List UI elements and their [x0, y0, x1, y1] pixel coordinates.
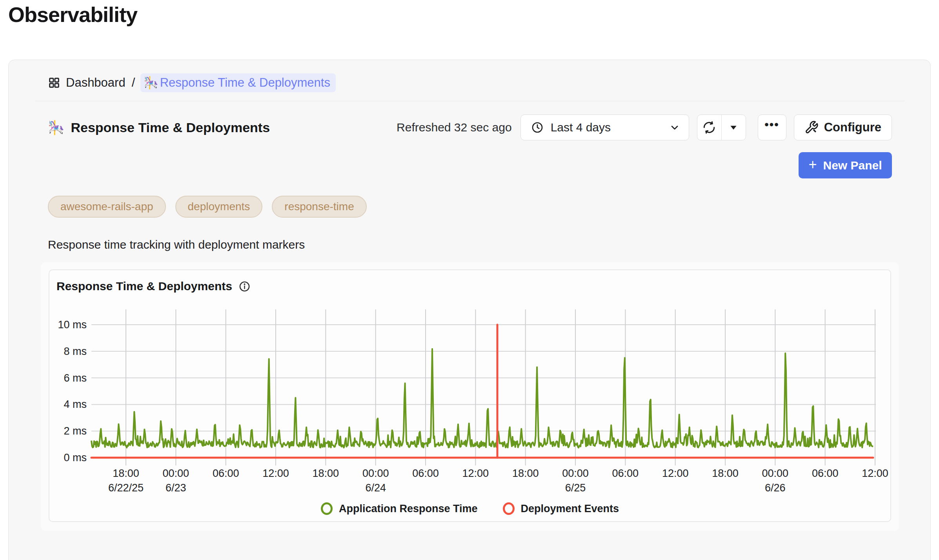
- header-divider: [35, 101, 905, 101]
- legend-item-response-time[interactable]: Application Response Time: [321, 502, 478, 515]
- refresh-options-button[interactable]: [722, 115, 746, 140]
- svg-text:06:00: 06:00: [812, 467, 839, 479]
- svg-text:6/26: 6/26: [765, 482, 786, 494]
- svg-text:0 ms: 0 ms: [64, 452, 87, 464]
- carousel-emoji-icon: 🎠: [48, 121, 64, 134]
- tag-pill-awesome-rails-app[interactable]: awesome-rails-app: [48, 196, 166, 218]
- breadcrumb-separator: /: [132, 76, 135, 90]
- triangle-down-icon: [728, 122, 739, 133]
- carousel-emoji-icon: 🎠: [144, 77, 158, 89]
- breadcrumb-current-label: Response Time & Deployments: [160, 76, 330, 90]
- svg-text:6/24: 6/24: [365, 482, 386, 494]
- breadcrumb-dashboard-label: Dashboard: [66, 76, 126, 90]
- svg-text:6/25: 6/25: [565, 482, 586, 494]
- legend-label: Application Response Time: [339, 503, 478, 515]
- tag-pill-deployments[interactable]: deployments: [175, 196, 263, 218]
- svg-text:18:00: 18:00: [512, 467, 539, 479]
- panel-heading-title: Response Time & Deployments: [71, 120, 270, 135]
- new-panel-button[interactable]: + New Panel: [799, 152, 892, 178]
- tags-row: awesome-rails-appdeploymentsresponse-tim…: [48, 196, 892, 218]
- page-title: Observability: [8, 2, 137, 27]
- time-range-select[interactable]: Last 4 days: [520, 115, 689, 140]
- panel-description: Response time tracking with deployment m…: [48, 238, 892, 251]
- chart-legend: Application Response Time Deployment Eve…: [49, 502, 890, 515]
- legend-marker-red: [503, 502, 515, 515]
- legend-marker-green: [321, 502, 333, 515]
- svg-text:6/23: 6/23: [166, 482, 186, 494]
- refresh-split-button: [697, 115, 746, 140]
- chart-panel-outer: Response Time & Deployments 0 ms2 ms4 ms…: [41, 262, 899, 531]
- time-range-value: Last 4 days: [551, 121, 662, 134]
- chart-title: Response Time & Deployments: [56, 280, 232, 293]
- chart-title-row: Response Time & Deployments: [56, 280, 251, 293]
- chart-card: Response Time & Deployments 0 ms2 ms4 ms…: [49, 269, 891, 522]
- clock-icon: [531, 121, 544, 134]
- breadcrumb-current-chip[interactable]: 🎠 Response Time & Deployments: [140, 73, 336, 92]
- tag-pill-response-time[interactable]: response-time: [272, 196, 366, 218]
- new-panel-row: + New Panel: [48, 152, 892, 178]
- legend-label: Deployment Events: [521, 503, 619, 515]
- svg-text:6/22/25: 6/22/25: [108, 482, 144, 494]
- breadcrumb: Dashboard / 🎠 Response Time & Deployment…: [48, 74, 892, 91]
- svg-text:12:00: 12:00: [262, 467, 289, 479]
- legend-item-deployments[interactable]: Deployment Events: [503, 502, 619, 515]
- svg-text:18:00: 18:00: [313, 467, 339, 479]
- svg-text:00:00: 00:00: [562, 467, 589, 479]
- svg-text:06:00: 06:00: [213, 467, 239, 479]
- svg-text:06:00: 06:00: [412, 467, 439, 479]
- info-icon[interactable]: [238, 280, 251, 293]
- panel-heading: 🎠 Response Time & Deployments: [48, 120, 270, 135]
- svg-text:06:00: 06:00: [612, 467, 639, 479]
- svg-text:00:00: 00:00: [362, 467, 389, 479]
- refresh-icon: [702, 121, 716, 134]
- svg-text:2 ms: 2 ms: [64, 425, 87, 437]
- svg-text:18:00: 18:00: [712, 467, 739, 479]
- refreshed-status: Refreshed 32 sec ago: [397, 121, 512, 134]
- dashboard-card: Dashboard / 🎠 Response Time & Deployment…: [8, 60, 931, 560]
- plus-icon: +: [808, 158, 817, 172]
- tools-icon: [804, 120, 819, 135]
- svg-text:10 ms: 10 ms: [58, 319, 87, 331]
- refresh-button[interactable]: [697, 115, 721, 140]
- svg-text:00:00: 00:00: [163, 467, 189, 479]
- svg-text:12:00: 12:00: [462, 467, 489, 479]
- svg-text:00:00: 00:00: [762, 467, 789, 479]
- svg-text:8 ms: 8 ms: [64, 345, 87, 357]
- svg-text:4 ms: 4 ms: [64, 398, 87, 410]
- more-options-button[interactable]: •••: [758, 115, 786, 140]
- chevron-down-icon: [669, 122, 680, 133]
- dashboard-grid-icon: [48, 76, 60, 89]
- svg-text:18:00: 18:00: [113, 467, 139, 479]
- panel-header-row: 🎠 Response Time & Deployments Refreshed …: [48, 115, 892, 140]
- svg-text:12:00: 12:00: [862, 467, 888, 479]
- configure-label: Configure: [824, 120, 881, 135]
- chart-canvas[interactable]: 0 ms2 ms4 ms6 ms8 ms10 ms18:006/22/2500:…: [49, 305, 892, 503]
- new-panel-label: New Panel: [823, 159, 882, 172]
- svg-text:12:00: 12:00: [662, 467, 689, 479]
- svg-text:6 ms: 6 ms: [64, 372, 87, 384]
- breadcrumb-dashboard-link[interactable]: Dashboard /: [66, 76, 135, 90]
- configure-button[interactable]: Configure: [794, 115, 892, 140]
